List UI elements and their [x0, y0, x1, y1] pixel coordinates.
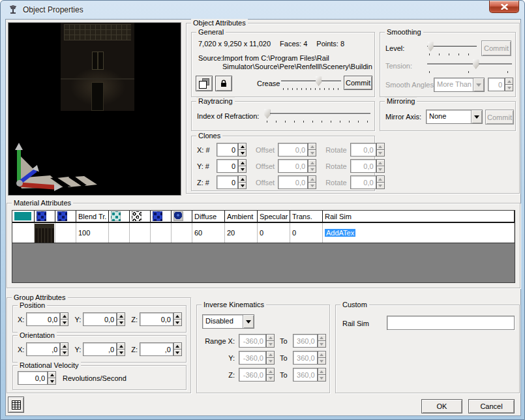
spin-up-icon[interactable]: [238, 175, 247, 183]
material-row[interactable]: 100 60 20 0 0 AddATex: [12, 223, 515, 243]
header-color-cell[interactable]: [12, 211, 35, 222]
header-teal-pattern-cell[interactable]: [109, 211, 130, 222]
copy-material-button[interactable]: [196, 76, 213, 91]
slider-thumb[interactable]: [316, 76, 322, 86]
header-texture1-cell[interactable]: [35, 211, 55, 222]
ik-min-input: [239, 351, 266, 365]
spin-down-icon[interactable]: [173, 320, 182, 326]
group-label: Material Attributes: [12, 199, 73, 207]
clone-offset-input: [278, 159, 308, 173]
orientation-x-input[interactable]: [26, 342, 60, 356]
spin-down-icon[interactable]: [238, 150, 247, 157]
cell-sphere[interactable]: [172, 223, 192, 243]
spin-down-icon: [318, 375, 326, 382]
spin-down-icon[interactable]: [48, 378, 56, 385]
titlebar[interactable]: Object Properties: [1, 1, 524, 19]
header-texture2-cell[interactable]: [55, 211, 76, 222]
crease-slider[interactable]: [281, 76, 341, 90]
orientation-z-input[interactable]: [140, 342, 173, 356]
ik-mode-select[interactable]: Disabled: [202, 314, 254, 329]
spin-up-icon[interactable]: [173, 342, 182, 350]
level-slider[interactable]: [427, 41, 477, 55]
rotational-velocity-stepper[interactable]: [18, 371, 56, 385]
object-attributes-group: Object Attributes General 7,020 x 9,250 …: [186, 23, 520, 194]
spin-down-icon[interactable]: [238, 166, 247, 173]
header-blend-tr[interactable]: Blend Tr.: [76, 211, 109, 222]
position-z-stepper[interactable]: [140, 312, 182, 326]
rail-sim-input[interactable]: [387, 316, 515, 330]
spin-up-icon[interactable]: [60, 312, 68, 320]
header-sphere-cell[interactable]: [172, 211, 192, 222]
spin-down-icon[interactable]: [173, 350, 182, 356]
lock-button[interactable]: [215, 76, 232, 91]
clone-count-stepper[interactable]: [217, 159, 247, 173]
spin-up-icon[interactable]: [173, 312, 182, 320]
chevron-down-icon[interactable]: [471, 110, 482, 123]
mirror-axis-select[interactable]: None: [426, 110, 483, 124]
cell-texture2[interactable]: [55, 223, 76, 243]
spin-down-icon[interactable]: [117, 320, 125, 326]
smoothing-commit-button: Commit: [481, 40, 511, 56]
spin-up-icon[interactable]: [117, 312, 125, 320]
to-label: To: [280, 371, 288, 379]
crease-commit-button[interactable]: Commit: [344, 76, 372, 90]
spin-up-icon[interactable]: [117, 342, 125, 350]
header-trans[interactable]: Trans.: [290, 211, 323, 222]
position-x-stepper[interactable]: [26, 312, 68, 326]
ok-button[interactable]: OK: [421, 399, 462, 413]
cell-pattern2[interactable]: [130, 223, 151, 243]
spin-up-icon[interactable]: [238, 143, 247, 150]
orientation-y-input[interactable]: [83, 342, 117, 356]
clone-count-input[interactable]: [217, 175, 238, 189]
position-z-input[interactable]: [140, 312, 173, 326]
spin-down-icon: [308, 183, 316, 189]
source-label: Source:: [198, 54, 223, 62]
spin-down-icon[interactable]: [60, 350, 68, 356]
clone-count-input[interactable]: [217, 143, 238, 157]
position-x-input[interactable]: [26, 312, 60, 326]
cell-rail-sim[interactable]: AddATex: [323, 223, 515, 243]
cell-trans[interactable]: 0: [290, 223, 323, 243]
slider-thumb[interactable]: [428, 42, 434, 52]
cell-texture[interactable]: [35, 223, 55, 243]
slider-thumb[interactable]: [264, 109, 270, 119]
clone-count-input[interactable]: [217, 159, 238, 173]
selected-text[interactable]: AddATex: [325, 229, 355, 237]
cell-pattern3[interactable]: [151, 223, 172, 243]
orientation-y-stepper[interactable]: [83, 342, 125, 356]
header-ambient[interactable]: Ambient: [225, 211, 258, 222]
header-rail-sim[interactable]: Rail Sim: [323, 211, 515, 222]
grid-button[interactable]: [8, 397, 24, 413]
spin-up-icon[interactable]: [60, 342, 68, 350]
spin-up-icon[interactable]: [48, 371, 56, 378]
rotational-velocity-input[interactable]: [18, 371, 48, 385]
cell-pattern1[interactable]: [109, 223, 130, 243]
spin-up-icon[interactable]: [238, 159, 247, 166]
cell-ambient[interactable]: 20: [225, 223, 258, 243]
clone-count-stepper[interactable]: [217, 143, 247, 157]
spin-down-icon[interactable]: [60, 320, 68, 326]
cell-diffuse[interactable]: 60: [192, 223, 225, 243]
cell-color[interactable]: [12, 223, 35, 243]
close-button[interactable]: [489, 1, 519, 13]
to-label: To: [280, 354, 288, 362]
index-of-refraction-slider[interactable]: [265, 108, 370, 123]
orientation-z-stepper[interactable]: [140, 342, 182, 356]
position-y-stepper[interactable]: [83, 312, 125, 326]
cancel-button[interactable]: Cancel: [468, 399, 515, 413]
header-specular[interactable]: Specular: [258, 211, 290, 222]
chevron-down-icon[interactable]: [243, 315, 254, 328]
header-blue-pattern-cell[interactable]: [151, 211, 172, 222]
cell-specular[interactable]: 0: [258, 223, 290, 243]
header-diffuse[interactable]: Diffuse: [192, 211, 225, 222]
preview-viewport[interactable]: [8, 22, 181, 196]
spin-down-icon[interactable]: [117, 350, 125, 356]
cell-blend-tr[interactable]: 100: [76, 223, 109, 243]
spin-down-icon[interactable]: [238, 183, 247, 189]
position-y-input[interactable]: [83, 312, 117, 326]
orientation-x-stepper[interactable]: [26, 342, 68, 356]
clone-count-stepper[interactable]: [217, 175, 247, 189]
rotate-label: Rotate: [325, 179, 346, 187]
header-bw-pattern-cell[interactable]: [130, 211, 151, 222]
ik-max-stepper: [293, 351, 326, 365]
